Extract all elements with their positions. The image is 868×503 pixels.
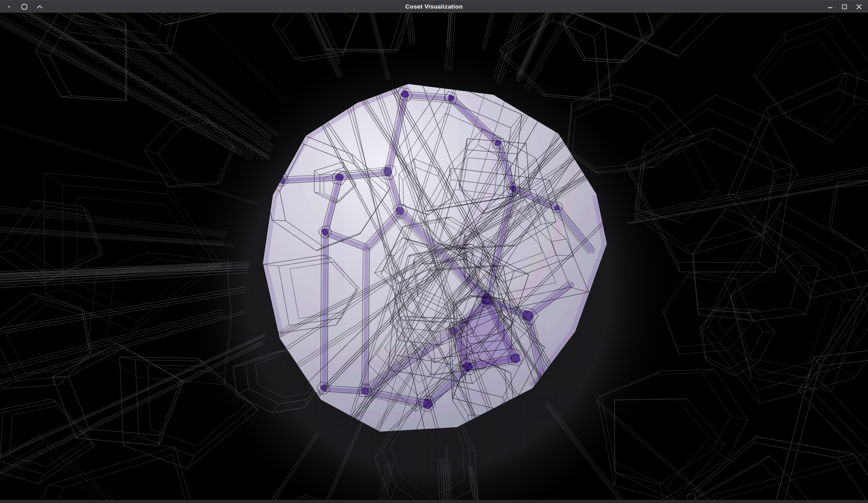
close-button[interactable] bbox=[855, 3, 863, 10]
titlebar: Coset Visualization bbox=[0, 0, 868, 13]
dot-indicator-icon bbox=[5, 3, 13, 10]
window-coset-visualization: Coset Visualization bbox=[0, 0, 868, 503]
circle-icon[interactable] bbox=[21, 3, 28, 10]
minimize-button[interactable] bbox=[826, 3, 834, 10]
viewport-3d[interactable] bbox=[0, 13, 868, 503]
window-controls bbox=[826, 3, 868, 10]
window-title: Coset Visualization bbox=[0, 0, 868, 13]
window-bottom-border bbox=[0, 500, 868, 503]
titlebar-left-icons bbox=[0, 3, 43, 10]
chevron-up-icon[interactable] bbox=[36, 3, 43, 10]
maximize-button[interactable] bbox=[841, 3, 848, 10]
